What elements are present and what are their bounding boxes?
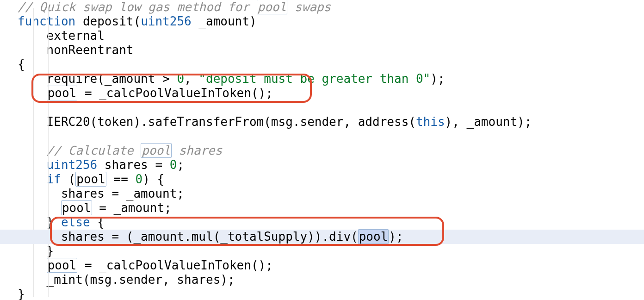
code-line: shares = _amount; [18,187,184,200]
pool-ref-icon: pool [141,143,172,158]
pool-ref-icon: pool [257,0,288,14]
pool-ref-selected-icon: pool [358,229,389,244]
code-line-active: shares = (_amount.mul(_totalSupply)).div… [18,230,644,244]
code-line: external [18,29,105,43]
code-line: { [18,57,25,71]
code-line: IERC20(token).safeTransferFrom(msg.sende… [18,115,532,129]
code-line: if (pool == 0) { [18,172,164,187]
code-line: function deposit(uint256 _amount) [18,14,257,28]
code-line: pool = _calcPoolValueInToken(); [18,258,273,273]
code-line: uint256 shares = 0; [18,158,184,172]
pool-ref-icon: pool [61,200,92,215]
code-line: require(_amount > 0, "deposit must be gr… [18,72,445,86]
code-block[interactable]: // Quick swap low gas method for pool sw… [0,0,644,300]
pool-ref-icon: pool [47,258,78,273]
code-line: pool = _calcPoolValueInToken(); [18,86,273,100]
code-line: } [18,287,25,300]
code-line: _mint(msg.sender, shares); [18,273,235,287]
code-line: } else { [18,215,105,229]
pool-ref-icon: pool [47,86,78,100]
code-line: nonReentrant [18,43,133,57]
code-line: // Quick swap low gas method for pool sw… [18,0,331,14]
code-line: pool = _amount; [18,200,172,215]
pool-ref-icon: pool [75,172,106,187]
